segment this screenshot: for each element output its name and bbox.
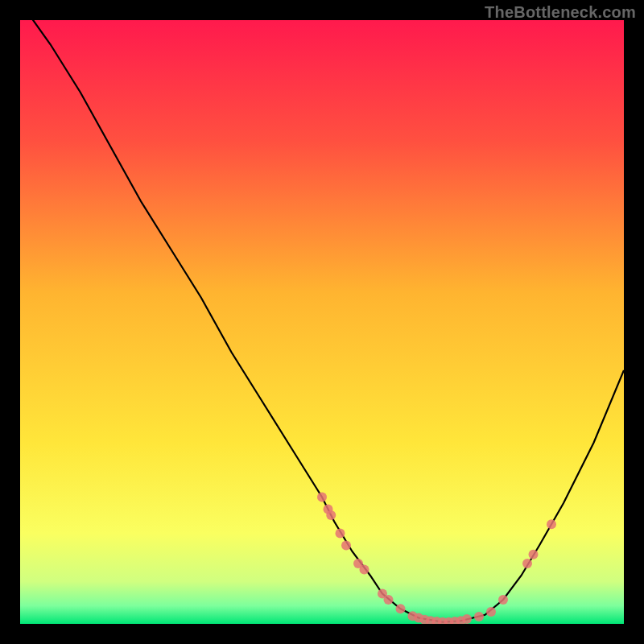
curve-marker	[529, 550, 539, 559]
gradient-background	[20, 20, 624, 624]
curve-marker	[341, 541, 351, 551]
curve-marker	[326, 510, 336, 520]
curve-marker	[522, 559, 532, 568]
curve-marker	[396, 604, 406, 613]
curve-marker	[462, 614, 472, 624]
curve-marker	[384, 595, 394, 605]
curve-marker	[474, 612, 484, 621]
plot-area	[20, 20, 624, 624]
curve-marker	[336, 529, 345, 539]
watermark-label: TheBottleneck.com	[485, 3, 636, 22]
curve-marker	[360, 565, 369, 575]
curve-marker	[498, 595, 508, 605]
chart-svg	[20, 20, 624, 624]
curve-marker	[486, 607, 496, 617]
curve-marker	[317, 493, 327, 502]
curve-marker	[547, 519, 556, 529]
chart-frame: TheBottleneck.com	[0, 0, 644, 644]
